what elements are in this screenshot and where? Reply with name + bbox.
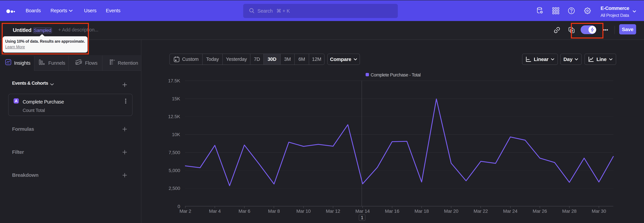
svg-text:10K: 10K <box>172 132 180 137</box>
svg-text:Mar 16: Mar 16 <box>385 208 399 214</box>
svg-text:7,500: 7,500 <box>168 150 180 155</box>
svg-text:Mar 6: Mar 6 <box>238 208 250 214</box>
svg-text:Mar 4: Mar 4 <box>209 208 221 214</box>
svg-text:12.5K: 12.5K <box>168 114 180 119</box>
svg-text:Mar 10: Mar 10 <box>296 208 310 214</box>
svg-text:Mar 24: Mar 24 <box>503 208 518 214</box>
svg-text:Mar 20: Mar 20 <box>444 208 458 214</box>
svg-text:Mar 14: Mar 14 <box>355 208 370 214</box>
svg-text:2,500: 2,500 <box>168 186 180 191</box>
svg-text:Mar 2: Mar 2 <box>180 208 191 214</box>
svg-text:Mar 28: Mar 28 <box>562 208 576 214</box>
svg-text:Mar 22: Mar 22 <box>474 208 488 214</box>
svg-text:Mar 18: Mar 18 <box>414 208 429 214</box>
svg-text:Mar 8: Mar 8 <box>268 208 280 214</box>
svg-text:Mar 30: Mar 30 <box>592 208 606 214</box>
svg-text:5,000: 5,000 <box>168 168 180 173</box>
svg-text:0: 0 <box>178 204 180 209</box>
svg-text:15K: 15K <box>172 96 180 101</box>
svg-text:17.5K: 17.5K <box>168 78 180 83</box>
svg-text:Mar 26: Mar 26 <box>533 208 547 214</box>
svg-text:Mar 12: Mar 12 <box>326 208 340 214</box>
